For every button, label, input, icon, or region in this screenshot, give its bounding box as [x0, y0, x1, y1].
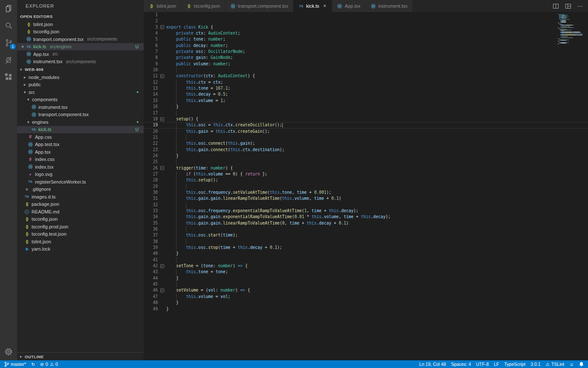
fold-icon[interactable]: −: [160, 74, 164, 78]
code-line[interactable]: 11− constructor(ctx: AudioContext) {: [144, 73, 588, 79]
outline-header[interactable]: ▸ OUTLINE: [17, 352, 144, 360]
fold-icon[interactable]: −: [160, 117, 164, 121]
status-language-mode[interactable]: TypeScript: [502, 360, 528, 368]
code-line[interactable]: 10: [144, 67, 588, 73]
minimap[interactable]: [558, 13, 582, 45]
tab-tsconfig.json[interactable]: {}tsconfig.json: [181, 0, 225, 12]
fold-icon[interactable]: −: [160, 264, 164, 268]
open-editor-item[interactable]: {}tsconfig.json: [17, 28, 144, 36]
code-line[interactable]: 5 public tone: number;: [144, 36, 588, 42]
code-line[interactable]: 26− trigger(time: number) {: [144, 165, 588, 171]
code-editor[interactable]: 123−export class Kick {4 private ctx: Au…: [144, 12, 588, 360]
more-actions-button[interactable]: ⋯: [577, 3, 583, 9]
status-feedback[interactable]: ☺: [567, 360, 576, 368]
tree-file[interactable]: ◈.gitignore: [17, 186, 144, 193]
activity-bar-extensions[interactable]: [0, 68, 17, 85]
tree-file[interactable]: transport.component.tsx: [17, 111, 144, 119]
tree-file[interactable]: instrument.tsx: [17, 103, 144, 111]
status-git-branch[interactable]: master*: [2, 360, 29, 368]
status-ts-version[interactable]: 3.0.1: [528, 360, 543, 368]
tree-folder[interactable]: ▾src●: [17, 88, 144, 96]
activity-bar-source-control[interactable]: 1: [0, 34, 17, 51]
status-tslint[interactable]: ⚠TSLint: [543, 360, 567, 368]
code-line[interactable]: 1: [144, 12, 588, 18]
tree-folder[interactable]: ▸public: [17, 81, 144, 89]
code-line[interactable]: 49}: [144, 306, 588, 312]
tree-file[interactable]: ●logo.svg: [17, 171, 144, 178]
code-line[interactable]: 28 this.setup();: [144, 177, 588, 183]
activity-bar-explorer[interactable]: [0, 0, 17, 17]
tree-file[interactable]: App.tsx: [17, 148, 144, 156]
activity-bar-settings[interactable]: [0, 343, 17, 360]
tree-file[interactable]: iREADME.md: [17, 208, 144, 216]
tree-file[interactable]: #App.css: [17, 133, 144, 141]
tree-file[interactable]: App.test.tsx: [17, 141, 144, 149]
tree-file[interactable]: TSregisterServiceWorker.ts: [17, 178, 144, 186]
code-line[interactable]: 3−export class Kick {: [144, 24, 588, 30]
code-line[interactable]: 23 this.gain.connect(this.ctx.destinatio…: [144, 147, 588, 153]
tab-tslint.json[interactable]: {}tslint.json: [144, 0, 181, 12]
code-line[interactable]: 13 this.tone = 167.1;: [144, 85, 588, 91]
project-root-header[interactable]: ▾ WEB-808: [17, 65, 144, 73]
tree-file[interactable]: ◉yarn.lock: [17, 245, 144, 253]
code-line[interactable]: 2: [144, 18, 588, 24]
code-line[interactable]: 32: [144, 202, 588, 208]
code-line[interactable]: 29: [144, 184, 588, 190]
code-line[interactable]: 14 this.decay = 0.5;: [144, 91, 588, 97]
split-editor-button[interactable]: [553, 3, 559, 9]
code-line[interactable]: 17: [144, 110, 588, 116]
tab-instrument.tsx[interactable]: instrument.tsx: [365, 0, 412, 12]
open-editor-item[interactable]: transport.component.tsxsrc/components: [17, 35, 144, 43]
tree-file[interactable]: TSimages.d.ts: [17, 193, 144, 201]
code-line[interactable]: 25: [144, 159, 588, 165]
open-editors-header[interactable]: OPEN EDITORS: [17, 12, 144, 20]
status-sync[interactable]: ↻: [29, 360, 38, 368]
open-editor-item[interactable]: instrument.tsxsrc/components: [17, 58, 144, 66]
code-line[interactable]: 40 }: [144, 251, 588, 257]
code-line[interactable]: 27 if (this.volume == 0) { return };: [144, 171, 588, 177]
open-editor-item[interactable]: ×TSkick.tssrc/enginesU: [17, 43, 144, 51]
tree-file[interactable]: TSkick.tsU: [17, 126, 144, 134]
tree-file[interactable]: #index.css: [17, 156, 144, 164]
fold-icon[interactable]: −: [160, 289, 164, 292]
code-line[interactable]: 18− setup() {: [144, 116, 588, 122]
code-line[interactable]: 37 this.osc.start(time);: [144, 232, 588, 238]
tree-file[interactable]: index.tsx: [17, 163, 144, 171]
tree-folder[interactable]: ▾engines●: [17, 118, 144, 126]
code-line[interactable]: 46− setVolume = (vol: number) => {: [144, 287, 588, 293]
code-line[interactable]: 44 }: [144, 275, 588, 281]
status-cursor-position[interactable]: Ln 19, Col 48: [417, 360, 448, 368]
status-indentation[interactable]: Spaces: 4: [449, 360, 474, 368]
code-line[interactable]: 22 this.osc.connect(this.gain);: [144, 140, 588, 146]
code-line[interactable]: 15 this.volume = 1;: [144, 98, 588, 104]
code-line[interactable]: 7 private osc: OscillatorNode;: [144, 49, 588, 55]
code-line[interactable]: 43 this.tone = tone;: [144, 269, 588, 275]
code-line[interactable]: 41: [144, 257, 588, 263]
activity-bar-search[interactable]: [0, 17, 17, 34]
code-line[interactable]: 31 this.gain.gain.linearRampToValueAtTim…: [144, 196, 588, 202]
code-line[interactable]: 42− setTone = (tone: number) => {: [144, 263, 588, 269]
code-line[interactable]: 45: [144, 281, 588, 287]
toggle-layout-button[interactable]: [565, 3, 571, 9]
status-encoding[interactable]: UTF-8: [474, 360, 492, 368]
code-line[interactable]: 47 this.volume = vol;: [144, 294, 588, 300]
code-line[interactable]: 36: [144, 226, 588, 232]
code-line[interactable]: 33 this.osc.frequency.exponentialRampToV…: [144, 208, 588, 214]
code-line[interactable]: 38: [144, 239, 588, 245]
code-line[interactable]: 30 this.osc.frequency.setValueAtTime(thi…: [144, 190, 588, 196]
open-editor-item[interactable]: {}tslint.json: [17, 20, 144, 28]
tab-kick.ts[interactable]: TSkick.ts×: [293, 0, 332, 12]
tree-file[interactable]: {}package.json: [17, 201, 144, 208]
code-line[interactable]: 20 this.gain = this.ctx.createGain();: [144, 129, 588, 134]
tree-file[interactable]: {}tsconfig.test.json: [17, 231, 144, 238]
fold-icon[interactable]: −: [160, 166, 164, 170]
code-line[interactable]: 39 this.osc.stop(time + this.decay + 0.1…: [144, 245, 588, 251]
close-icon[interactable]: ×: [20, 44, 26, 49]
code-line[interactable]: 6 public decay: number;: [144, 43, 588, 49]
status-problems[interactable]: ⊘0⚠0: [38, 360, 61, 368]
status-notifications[interactable]: [576, 360, 586, 368]
code-line[interactable]: 35 this.gain.gain.linearRampToValueAtTim…: [144, 220, 588, 226]
tree-file[interactable]: {}tsconfig.json: [17, 216, 144, 223]
code-line[interactable]: 9 public volume: number;: [144, 61, 588, 67]
tab-transport.component.tsx[interactable]: transport.component.tsx: [225, 0, 293, 12]
